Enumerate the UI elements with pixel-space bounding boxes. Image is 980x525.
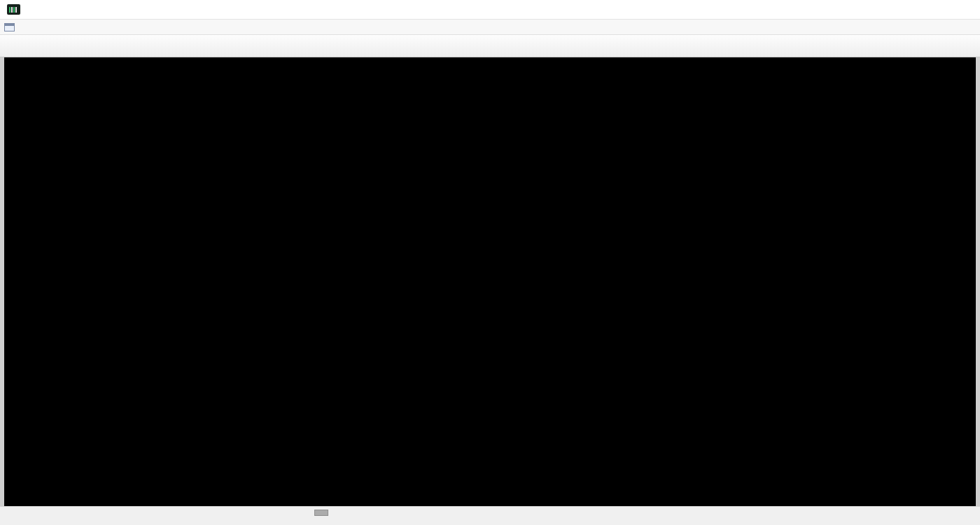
menu-bar <box>0 20 980 35</box>
title-bar <box>0 0 980 20</box>
maximize-button[interactable] <box>916 0 948 19</box>
mt4-window <box>0 0 980 525</box>
status-bar <box>0 506 980 525</box>
close-button[interactable] <box>948 0 980 19</box>
indicator-tooltip <box>314 510 328 516</box>
symbol-label[interactable] <box>10 118 13 127</box>
toolbar <box>0 35 980 57</box>
chart-area[interactable] <box>0 57 980 506</box>
right-frame <box>976 57 980 506</box>
chart-window-icon <box>4 23 15 31</box>
left-frame <box>0 57 4 506</box>
chart-canvas[interactable] <box>0 57 980 506</box>
app-icon <box>7 4 20 15</box>
minimize-button[interactable] <box>883 0 916 19</box>
